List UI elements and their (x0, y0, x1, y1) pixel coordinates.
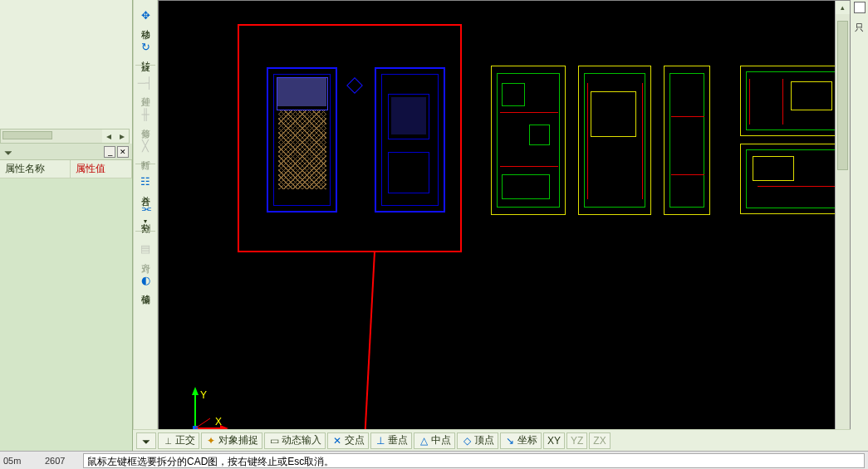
snap-bar: 🞃 ⟂正交 ✦对象捕捉 ▭动态输入 ✕交点 ⊥垂点 △中点 ◇顶点 ↘坐标 XY… (133, 429, 851, 451)
tool-offset[interactable]: ◐偏移 (134, 265, 157, 296)
floorplan-1 (267, 67, 337, 213)
scroll-up-icon[interactable]: ▴ (836, 1, 850, 14)
coord-readout-1: 05m (0, 456, 42, 466)
properties-panel: ◂ ▸ 🞃 ⎯ ✕ 属性名称 属性值 (0, 0, 133, 469)
osnap-toggle[interactable]: ✦对象捕捉 (201, 432, 262, 449)
panel-caret-icon[interactable]: 🞃 (3, 146, 13, 158)
panel-upper-area: ◂ ▸ (0, 0, 132, 144)
right-label: 只 (855, 22, 864, 34)
zx-plane[interactable]: ZX (589, 432, 610, 449)
drawing-block-5 (664, 66, 710, 215)
trim-icon: ╫ (139, 108, 152, 121)
svg-text:Y: Y (200, 389, 207, 401)
tool-merge[interactable]: ☷合并 (134, 166, 157, 198)
xy-plane[interactable]: XY (543, 432, 565, 449)
yz-plane[interactable]: YZ (566, 432, 587, 449)
break-icon: ╳ (139, 139, 152, 153)
drawing-canvas[interactable]: Y X ▴ ▾ ◂ ▸ (158, 0, 851, 469)
coord-icon: ↘ (504, 435, 516, 447)
tool-split[interactable]: ⫘分割▾ (134, 198, 157, 229)
tool-rotate[interactable]: ↻旋转 (134, 32, 157, 63)
drawing-block-4 (578, 66, 651, 215)
tool-move[interactable]: ✥移动 (134, 0, 157, 32)
apex-icon: ◇ (461, 435, 473, 447)
perp-toggle[interactable]: ⊥垂点 (370, 432, 412, 449)
rotate-icon: ↻ (139, 41, 152, 54)
right-strip: 只 (851, 0, 868, 469)
tool-trim: ╫修剪 (134, 99, 157, 130)
drawing-block-3 (491, 66, 566, 215)
ortho-icon: ⟂ (162, 435, 174, 447)
mid-icon: △ (418, 435, 429, 447)
tool-extend: ─┤延伸 (134, 67, 157, 99)
svg-marker-1 (192, 387, 199, 395)
dyn-icon: ▭ (268, 435, 280, 447)
ucs-icon: Y X (187, 387, 228, 432)
col-name: 属性名称 (0, 160, 71, 178)
caret-icon: 🞃 (140, 435, 152, 447)
upper-hscroll[interactable]: ◂ ▸ (0, 129, 130, 144)
scroll-left-icon[interactable]: ◂ (102, 129, 115, 143)
svg-line-7 (195, 418, 210, 428)
svg-text:X: X (215, 416, 222, 427)
coord-toggle[interactable]: ↘坐标 (500, 432, 542, 449)
merge-icon: ☷ (139, 175, 152, 188)
main-area: Y X ▴ ▾ ◂ ▸ (158, 0, 851, 469)
perp-icon: ⊥ (375, 435, 386, 447)
osnap-icon: ✦ (205, 435, 217, 447)
move-icon: ✥ (139, 9, 152, 22)
scroll-right-icon[interactable]: ▸ (115, 129, 129, 143)
right-checkbox[interactable] (854, 2, 866, 13)
int-icon: ✕ (331, 435, 343, 447)
command-bar: 05m 2607 鼠标左键框选要拆分的CAD图，按右键终止或Esc取消。 (0, 451, 868, 469)
dyn-toggle[interactable]: ▭动态输入 (264, 432, 326, 449)
annotation-arrow (363, 252, 375, 451)
extend-icon: ─┤ (139, 76, 152, 90)
panel-close-button[interactable]: ✕ (117, 146, 129, 158)
offset-icon: ◐ (139, 274, 152, 287)
ortho-toggle[interactable]: ⟂正交 (158, 432, 199, 449)
split-icon: ⫘ (139, 203, 152, 216)
col-value: 属性值 (71, 160, 132, 178)
floorplan-2 (375, 67, 445, 213)
tool-align: ▤对齐 (134, 233, 157, 265)
tool-break: ╳打断 (134, 130, 157, 162)
align-icon: ▤ (139, 242, 152, 256)
snap-caret[interactable]: 🞃 (136, 432, 156, 449)
dropdown-icon: ▾ (144, 217, 147, 225)
mid-toggle[interactable]: △中点 (414, 432, 455, 449)
edit-toolbar: ✥移动↻旋转─┤延伸╫修剪╳打断☷合并⫘分割▾▤对齐◐偏移 (133, 0, 158, 469)
coord-readout-2: 2607 (42, 456, 83, 466)
apex-toggle[interactable]: ◇顶点 (457, 432, 498, 449)
properties-header: 🞃 ⎯ ✕ (0, 144, 132, 160)
panel-pin-button[interactable]: ⎯ (104, 146, 115, 158)
command-input[interactable]: 鼠标左键框选要拆分的CAD图，按右键终止或Esc取消。 (83, 453, 865, 468)
property-body[interactable] (0, 178, 132, 469)
canvas-vscroll[interactable]: ▴ ▾ (835, 1, 850, 453)
property-columns: 属性名称 属性值 (0, 160, 132, 178)
int-toggle[interactable]: ✕交点 (327, 432, 369, 449)
